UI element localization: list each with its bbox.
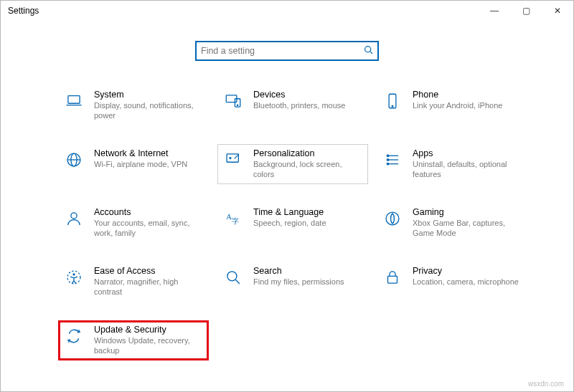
tile-title: Devices (253, 90, 345, 100)
tile-search[interactable]: Search Find my files, permissions (217, 262, 368, 302)
content-area: System Display, sound, notifications, po… (1, 21, 573, 391)
svg-point-6 (237, 105, 237, 105)
person-icon (64, 209, 84, 229)
tile-title: System (94, 90, 203, 100)
minimize-button[interactable]: — (479, 1, 510, 21)
sync-icon (64, 326, 84, 346)
tile-title: Personalization (253, 148, 362, 158)
svg-rect-12 (227, 154, 238, 162)
tile-desc: Narrator, magnifier, high contrast (94, 277, 203, 297)
tile-title: Accounts (94, 207, 203, 217)
svg-line-27 (235, 279, 240, 284)
svg-text:字: 字 (232, 217, 239, 225)
svg-point-0 (365, 47, 371, 52)
svg-rect-28 (388, 276, 397, 283)
tile-desc: Windows Update, recovery, backup (94, 336, 203, 356)
search-tile-icon (223, 267, 243, 287)
tile-desc: Uninstall, defaults, optional features (413, 160, 522, 180)
tile-system[interactable]: System Display, sound, notifications, po… (58, 85, 209, 125)
svg-line-1 (370, 52, 372, 54)
tile-accounts[interactable]: Accounts Your accounts, email, sync, wor… (58, 203, 209, 243)
svg-rect-17 (387, 155, 389, 157)
tile-title: Update & Security (94, 325, 203, 335)
tile-apps[interactable]: Apps Uninstall, defaults, optional featu… (377, 144, 527, 184)
tile-title: Time & Language (253, 207, 326, 217)
tile-desc: Link your Android, iPhone (413, 101, 502, 111)
phone-icon (382, 91, 403, 111)
tile-title: Apps (413, 148, 522, 158)
svg-point-23 (386, 212, 399, 225)
tile-title: Privacy (413, 266, 519, 276)
tile-phone[interactable]: Phone Link your Android, iPhone (377, 85, 527, 125)
tile-desc: Speech, region, date (253, 219, 326, 229)
titlebar: Settings — ▢ ✕ (1, 1, 573, 21)
svg-point-20 (71, 213, 77, 219)
tile-privacy[interactable]: Privacy Location, camera, microphone (377, 262, 527, 302)
tile-devices[interactable]: Devices Bluetooth, printers, mouse (217, 85, 368, 125)
watermark: wsxdn.com (528, 380, 564, 388)
tile-title: Gaming (413, 207, 522, 217)
tile-desc: Display, sound, notifications, power (94, 101, 203, 121)
settings-window: Settings — ▢ ✕ System Dis (0, 0, 574, 392)
tile-personalization[interactable]: Personalization Background, lock screen,… (217, 144, 368, 184)
svg-rect-2 (68, 96, 80, 104)
paintbrush-icon (223, 150, 243, 170)
svg-rect-18 (387, 158, 389, 161)
tile-desc: Wi-Fi, airplane mode, VPN (94, 160, 187, 170)
svg-point-26 (227, 272, 237, 281)
maximize-button[interactable]: ▢ (510, 1, 542, 21)
svg-point-8 (392, 106, 393, 107)
search-input[interactable] (201, 46, 364, 56)
laptop-icon (64, 91, 84, 111)
window-title: Settings (8, 6, 39, 16)
lock-icon (382, 267, 403, 287)
tile-desc: Your accounts, email, sync, work, family (94, 219, 203, 239)
tile-title: Search (253, 266, 344, 276)
tile-desc: Location, camera, microphone (413, 277, 519, 287)
svg-point-13 (230, 158, 231, 159)
close-button[interactable]: ✕ (542, 1, 573, 21)
tile-desc: Find my files, permissions (253, 277, 344, 287)
tile-title: Phone (413, 90, 502, 100)
tile-title: Ease of Access (94, 266, 203, 276)
window-controls: — ▢ ✕ (479, 1, 573, 21)
tile-gaming[interactable]: Gaming Xbox Game Bar, captures, Game Mod… (377, 203, 527, 243)
tile-title: Network & Internet (94, 148, 187, 158)
settings-grid: System Display, sound, notifications, po… (1, 61, 573, 360)
tile-network[interactable]: Network & Internet Wi-Fi, airplane mode,… (58, 144, 209, 184)
devices-icon (223, 91, 243, 111)
svg-point-25 (72, 273, 75, 275)
apps-icon (382, 150, 403, 170)
tile-desc: Bluetooth, printers, mouse (253, 101, 345, 111)
tile-update-security[interactable]: Update & Security Windows Update, recove… (58, 320, 209, 360)
svg-rect-19 (387, 163, 389, 165)
globe-icon (64, 150, 84, 170)
search-row (1, 41, 573, 61)
accessibility-icon (64, 267, 84, 287)
svg-text:A: A (226, 213, 232, 221)
svg-point-24 (67, 271, 80, 284)
tile-ease-of-access[interactable]: Ease of Access Narrator, magnifier, high… (58, 262, 209, 302)
search-box[interactable] (195, 41, 379, 61)
tile-desc: Background, lock screen, colors (253, 160, 362, 180)
gaming-icon (382, 209, 403, 229)
search-icon (364, 45, 373, 57)
tile-time-language[interactable]: A字 Time & Language Speech, region, date (217, 203, 368, 243)
language-icon: A字 (223, 209, 243, 229)
tile-desc: Xbox Game Bar, captures, Game Mode (413, 219, 522, 239)
